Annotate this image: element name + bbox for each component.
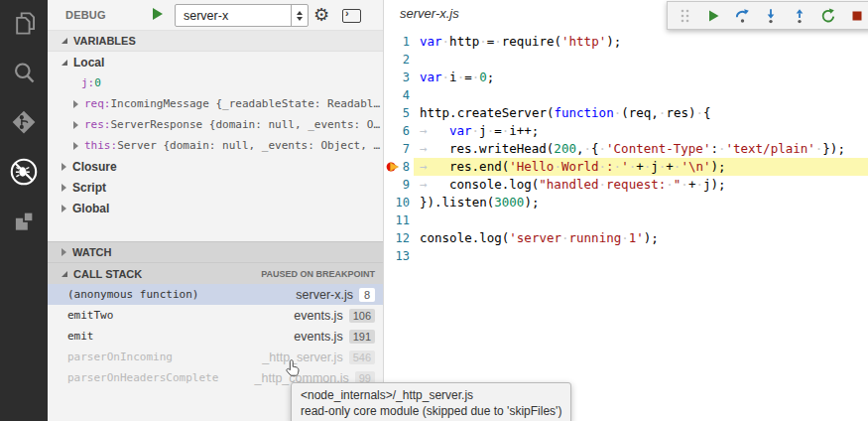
code-line-text[interactable]: }).listen(3000); xyxy=(414,194,868,211)
step-over-button[interactable] xyxy=(734,8,750,24)
line-number: 1 xyxy=(403,33,410,51)
variable-value: 0 xyxy=(94,76,101,89)
editor-gutter[interactable]: 9 xyxy=(385,176,414,194)
activity-bar-item-source-control[interactable] xyxy=(0,99,48,149)
code-line[interactable]: 4 xyxy=(385,86,868,104)
restart-button[interactable] xyxy=(820,8,836,24)
continue-button[interactable] xyxy=(705,8,721,24)
code-line-text[interactable] xyxy=(414,86,868,104)
line-number: 7 xyxy=(403,140,410,158)
code-line-text[interactable]: console.log('server·running·1'); xyxy=(414,229,868,247)
code-line[interactable]: 7→res.writeHead(200,·{·'Content-Type':·'… xyxy=(385,140,868,158)
editor-gutter[interactable]: 3 xyxy=(385,69,414,86)
code-line[interactable]: 5http.createServer(function·(req,·res)·{ xyxy=(385,104,868,122)
activity-bar-item-extensions[interactable] xyxy=(0,199,48,248)
start-debug-button[interactable] xyxy=(153,8,163,20)
code-line[interactable]: 13 xyxy=(385,247,868,265)
code-line-text[interactable]: var·http·=·require('http'); xyxy=(414,33,868,51)
variable-value: IncomingMessage {_readableState: Readabl… xyxy=(111,97,381,110)
code-line-text[interactable]: →var·j·=·i++; xyxy=(414,122,868,140)
stack-frame-row[interactable]: parserOnIncoming_http_server.js546 xyxy=(48,347,383,367)
code-line-text[interactable] xyxy=(414,51,868,69)
line-number: 4 xyxy=(403,86,410,104)
frame-function-name: parserOnIncoming xyxy=(67,351,173,363)
code-line[interactable]: 10}).listen(3000); xyxy=(385,194,868,211)
code-line[interactable]: 8→res.end('Hello·World·:·'·+·j·+·'\n'); xyxy=(385,158,868,176)
editor-gutter[interactable]: 1 xyxy=(385,33,414,51)
code-line[interactable]: 12console.log('server·running·1'); xyxy=(385,229,868,247)
chevron-collapsed-icon xyxy=(73,100,78,108)
frame-function-name: emit xyxy=(67,330,94,343)
stop-button[interactable] xyxy=(849,8,865,24)
line-number: 5 xyxy=(403,104,410,122)
line-number: 10 xyxy=(396,194,410,211)
code-line[interactable]: 2 xyxy=(385,51,868,69)
code-line[interactable]: 6→var·j·=·i++; xyxy=(385,122,868,140)
code-line-text[interactable] xyxy=(414,211,868,229)
call-stack-header-label: CALL STACK xyxy=(73,268,142,280)
variable-row[interactable]: req: IncomingMessage {_readableState: Re… xyxy=(48,93,383,114)
editor-gutter[interactable]: 2 xyxy=(385,51,414,69)
activity-bar-item-search[interactable] xyxy=(0,50,48,99)
scope-label: Global xyxy=(72,202,109,215)
tab-whitespace-icon: → xyxy=(420,122,449,140)
editor-gutter[interactable]: 10 xyxy=(385,194,414,211)
variable-scope-script[interactable]: Script xyxy=(48,177,383,198)
editor-gutter[interactable]: 6 xyxy=(385,122,414,140)
variable-scope-closure[interactable]: Closure xyxy=(48,156,383,177)
code-line[interactable]: 1var·http·=·require('http'); xyxy=(385,33,868,51)
activity-bar-item-explorer[interactable] xyxy=(0,0,48,50)
variable-row[interactable]: this: Server {domain: null, _events: Obj… xyxy=(48,135,383,156)
stack-frame-row[interactable]: (anonymous function)server-x.js8 xyxy=(48,284,383,305)
frame-function-name: parserOnHeadersComplete xyxy=(67,371,218,384)
variables-header-label: VARIABLES xyxy=(73,35,136,47)
editor-gutter[interactable]: 5 xyxy=(385,104,414,122)
watch-section-header[interactable]: WATCH xyxy=(48,241,383,262)
variable-name: res: xyxy=(84,118,111,131)
code-line[interactable]: 9→console.log("handled·request:·"·+·j); xyxy=(385,176,868,194)
code-editor: server-x.js 1var·http·=·require('http');… xyxy=(385,0,868,421)
tooltip-path: <node_internals>/_http_server.js xyxy=(301,387,561,403)
variables-section-header[interactable]: VARIABLES xyxy=(48,31,383,52)
step-into-button[interactable] xyxy=(763,8,779,24)
line-number: 11 xyxy=(396,211,410,229)
debug-console-icon[interactable]: › xyxy=(342,9,361,23)
chevron-expanded-icon xyxy=(62,38,67,44)
code-line[interactable]: 11 xyxy=(385,211,868,229)
stack-frame-row[interactable]: emitTwoevents.js106 xyxy=(48,305,383,326)
code-line-text[interactable]: http.createServer(function·(req,·res)·{ xyxy=(414,104,868,122)
editor-gutter[interactable]: 11 xyxy=(385,211,414,229)
frame-file-name: events.js xyxy=(294,309,342,323)
call-stack-section-header[interactable]: CALL STACK PAUSED ON BREAKPOINT xyxy=(48,262,383,284)
editor-gutter[interactable]: 7 xyxy=(385,140,414,158)
code-line-text[interactable]: →res.end('Hello·World·:·'·+·j·+·'\n'); xyxy=(414,158,868,176)
scope-label: Script xyxy=(72,181,106,195)
chevron-collapsed-icon xyxy=(62,205,66,212)
variable-scope-local[interactable]: Local xyxy=(48,52,383,72)
launch-config-select[interactable]: server-x xyxy=(175,4,309,27)
code-line-text[interactable]: var·i·=·0; xyxy=(414,69,868,86)
editor-gutter[interactable]: 12 xyxy=(385,229,414,247)
editor-gutter[interactable]: 4 xyxy=(385,86,414,104)
call-stack-list: (anonymous function)server-x.js8emitTwoe… xyxy=(48,284,383,388)
activity-bar-item-debug[interactable] xyxy=(0,149,48,199)
chevron-expanded-icon xyxy=(62,271,67,277)
editor-gutter[interactable]: 8 xyxy=(385,158,414,176)
code-line-text[interactable] xyxy=(414,247,868,265)
code-area[interactable]: 1var·http·=·require('http');23var·i·=·0;… xyxy=(385,33,868,421)
chevron-collapsed-icon xyxy=(73,142,78,150)
code-line[interactable]: 3var·i·=·0; xyxy=(385,69,868,86)
editor-tab-title[interactable]: server-x.js xyxy=(400,6,459,21)
step-out-button[interactable] xyxy=(792,8,807,24)
code-line-text[interactable]: →console.log("handled·request:·"·+·j); xyxy=(414,176,868,194)
variable-row[interactable]: j: 0 xyxy=(48,72,383,93)
variable-name: req: xyxy=(84,97,111,110)
editor-gutter[interactable]: 13 xyxy=(385,247,414,265)
variable-scope-global[interactable]: Global xyxy=(48,198,383,218)
stack-frame-row[interactable]: emitevents.js191 xyxy=(48,326,383,347)
line-number: 6 xyxy=(403,122,410,140)
drag-handle-icon[interactable] xyxy=(677,8,692,24)
code-line-text[interactable]: →res.writeHead(200,·{·'Content-Type':·'t… xyxy=(414,140,868,158)
variable-row[interactable]: res: ServerResponse {domain: null, _even… xyxy=(48,114,383,135)
configure-gear-icon[interactable]: ⚙ xyxy=(313,3,329,27)
